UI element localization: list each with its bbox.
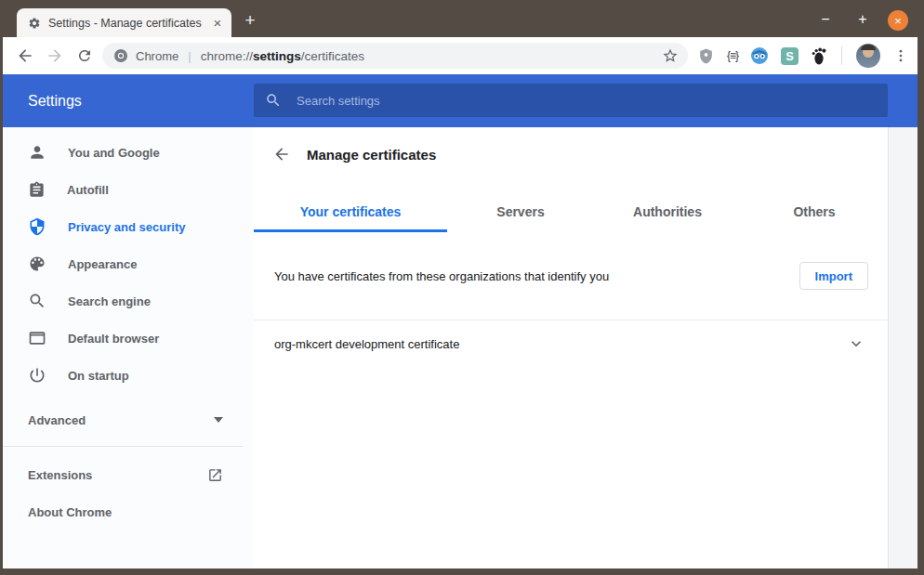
window-minimize-button[interactable]: − (816, 10, 835, 29)
settings-app-title: Settings (28, 74, 82, 127)
power-icon (28, 366, 46, 385)
sidebar-item-autofill[interactable]: Autofill (3, 171, 254, 208)
page-header: Manage certificates (254, 127, 888, 168)
sidebar-divider (3, 446, 243, 447)
url-text[interactable]: chrome://settings/certificates (201, 49, 364, 63)
sidebar-item-label: You and Google (68, 146, 160, 160)
url-separator: | (188, 49, 191, 63)
browser-toolbar: Chrome | chrome://settings/certificates … (3, 37, 917, 74)
settings-search-input[interactable] (295, 93, 670, 109)
certificates-card: Manage certificates Your certificates Se… (254, 127, 888, 568)
sidebar-item-about-chrome[interactable]: About Chrome (3, 493, 254, 530)
sidebar-item-label: Search engine (68, 294, 151, 308)
tab-others[interactable]: Others (741, 191, 888, 232)
certificate-row[interactable]: org-mkcert development certificate (254, 320, 888, 367)
search-icon (28, 292, 46, 310)
tab-servers[interactable]: Servers (447, 191, 594, 232)
shield-icon (28, 217, 46, 236)
bookmark-star-icon[interactable] (662, 47, 679, 64)
sidebar-item-default-browser[interactable]: Default browser (3, 320, 254, 357)
expand-chevron-icon[interactable] (847, 334, 865, 353)
person-icon (28, 143, 46, 162)
advanced-label: Advanced (28, 413, 214, 427)
sidebar-item-label: On startup (68, 369, 129, 383)
toolbar-divider (841, 46, 842, 65)
sidebar-item-label: Default browser (68, 332, 159, 346)
extensions-label: Extensions (28, 468, 207, 482)
sidebar-advanced-toggle[interactable]: Advanced (3, 401, 254, 438)
sidebar-item-search-engine[interactable]: Search engine (3, 282, 254, 320)
window-maximize-button[interactable]: + (853, 10, 872, 29)
menu-dots-icon[interactable] (892, 47, 909, 64)
settings-sidebar: You and Google Autofill Privacy and secu… (3, 127, 254, 568)
sidebar-item-you-and-google[interactable]: You and Google (3, 134, 254, 171)
palette-icon (28, 255, 46, 273)
certificates-description: You have certificates from these organiz… (274, 269, 799, 283)
sidebar-item-label: Autofill (67, 183, 109, 197)
about-chrome-label: About Chrome (28, 505, 223, 519)
json-viewer-extension-icon[interactable]: {≡} (727, 49, 738, 62)
page-body: You and Google Autofill Privacy and secu… (3, 127, 917, 568)
profile-avatar[interactable] (856, 44, 880, 68)
search-icon (265, 92, 282, 109)
owl-extension-icon[interactable] (750, 46, 769, 65)
tab-title: Settings - Manage certificates (48, 17, 202, 30)
page-title: Manage certificates (307, 147, 436, 163)
browser-window-icon (28, 329, 46, 347)
open-in-new-icon (207, 467, 223, 483)
settings-gear-favicon (28, 17, 41, 30)
gnome-foot-extension-icon[interactable] (811, 46, 827, 65)
sidebar-item-appearance[interactable]: Appearance (3, 245, 254, 282)
shield-extension-icon[interactable] (697, 47, 715, 65)
certificates-description-row: You have certificates from these organiz… (254, 256, 888, 295)
sidebar-item-label: Privacy and security (68, 220, 185, 234)
certificate-tabs: Your certificates Servers Authorities Ot… (254, 191, 888, 232)
new-tab-button[interactable]: + (240, 10, 260, 31)
reload-icon[interactable] (72, 43, 98, 69)
tab-authorities[interactable]: Authorities (594, 191, 741, 232)
address-bar[interactable]: Chrome | chrome://settings/certificates (102, 43, 688, 69)
sidebar-item-extensions[interactable]: Extensions (3, 456, 254, 493)
browser-tab[interactable]: Settings - Manage certificates × (17, 8, 231, 37)
window-close-button[interactable]: × (888, 10, 908, 31)
settings-search-box[interactable] (254, 84, 888, 117)
content-right-gutter (888, 127, 917, 568)
sidebar-item-privacy-and-security[interactable]: Privacy and security (3, 208, 254, 245)
import-button[interactable]: Import (799, 262, 868, 290)
tab-your-certificates[interactable]: Your certificates (254, 191, 447, 232)
sidebar-item-label: Appearance (68, 257, 137, 271)
chevron-down-icon (214, 417, 223, 423)
chrome-logo-icon (113, 48, 128, 63)
tab-close-icon[interactable]: × (209, 15, 226, 32)
forward-icon[interactable] (42, 43, 68, 69)
settings-header: Settings (3, 74, 917, 127)
site-label: Chrome (136, 49, 178, 63)
back-arrow-icon[interactable] (272, 145, 291, 163)
autofill-icon (28, 181, 46, 199)
extensions-cluster: {≡} S (697, 44, 909, 68)
back-icon[interactable] (12, 43, 38, 69)
sidebar-item-on-startup[interactable]: On startup (3, 357, 254, 394)
certificate-name: org-mkcert development certificate (274, 337, 847, 351)
stylus-extension-icon[interactable]: S (781, 47, 799, 65)
titlebar: Settings - Manage certificates × + − + × (0, 0, 924, 37)
